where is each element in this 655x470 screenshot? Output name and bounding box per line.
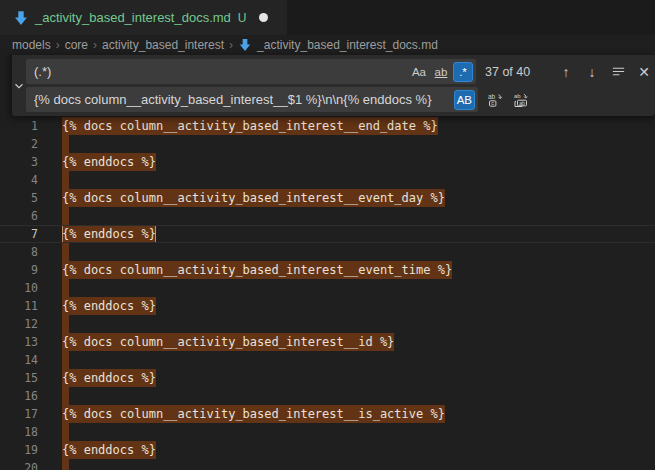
next-match-button[interactable]: ↓ — [581, 61, 603, 83]
breadcrumb-item-activity-based-interest[interactable]: activity_based_interest — [102, 38, 224, 52]
line-text find-match[interactable]: {% docs column__activity_based_interest_… — [62, 261, 452, 279]
code-line: 2 — [0, 135, 655, 153]
line-number: 14 — [0, 351, 38, 369]
line-number: 8 — [0, 243, 38, 261]
find-input[interactable]: (.*) Aa ab .* — [26, 59, 476, 84]
line-text find-match[interactable]: {% docs column__activity_based_interest_… — [62, 189, 445, 207]
tab-active-file[interactable]: _activity_based_interest_docs.md U — [0, 0, 287, 35]
code-area: 1{% docs column__activity_based_interest… — [0, 117, 655, 470]
line-text find-match-empty[interactable] — [62, 315, 69, 333]
preserve-case-button[interactable]: AB — [454, 90, 475, 110]
previous-match-button[interactable]: ↑ — [555, 61, 577, 83]
line-number: 18 — [0, 423, 38, 441]
match-count: 37 of 40 — [485, 65, 551, 79]
line-number: 10 — [0, 279, 38, 297]
arrow-up-icon: ↑ — [563, 64, 570, 80]
svg-text:ab: ab — [488, 92, 496, 99]
line-text find-match-empty[interactable] — [62, 459, 69, 470]
line-number: 11 — [0, 297, 38, 315]
code-line: 17{% docs column__activity_based_interes… — [0, 405, 655, 423]
regex-button[interactable]: .* — [453, 62, 473, 82]
find-widget-rows: (.*) Aa ab .* 37 of 40 ↑ ↓ ✕ — [26, 55, 655, 116]
line-number: 15 — [0, 369, 38, 387]
breadcrumb-item-models[interactable]: models — [12, 38, 51, 52]
match-case-button[interactable]: Aa — [409, 62, 429, 82]
chevron-down-icon — [12, 79, 26, 93]
find-in-selection-button[interactable] — [607, 61, 629, 83]
close-find-widget-button[interactable]: ✕ — [633, 61, 655, 83]
breadcrumb-item-file[interactable]: _activity_based_interest_docs.md — [238, 38, 438, 52]
markdown-file-icon — [13, 10, 29, 26]
breadcrumb-separator: › — [229, 38, 233, 52]
git-status-badge: U — [238, 11, 247, 25]
line-number: 6 — [0, 207, 38, 225]
svg-text:ab: ab — [519, 99, 525, 105]
code-line: 11{% enddocs %} — [0, 297, 655, 315]
close-icon: ✕ — [638, 64, 650, 80]
replace-all-icon: ab ab — [513, 92, 529, 108]
code-line: 3{% enddocs %} — [0, 153, 655, 171]
tab-bar: _activity_based_interest_docs.md U — [0, 0, 655, 35]
code-line: 10 — [0, 279, 655, 297]
line-text find-match-empty[interactable] — [62, 207, 69, 225]
line-text find-match-empty[interactable] — [62, 243, 69, 261]
code-line: 5{% docs column__activity_based_interest… — [0, 189, 655, 207]
line-text find-match-empty[interactable] — [62, 171, 69, 189]
line-text find-match-empty[interactable] — [62, 387, 69, 405]
code-line: 9{% docs column__activity_based_interest… — [0, 261, 655, 279]
selection-lines-icon — [611, 64, 626, 79]
line-number: 7 — [0, 225, 38, 243]
svg-text:ab: ab — [514, 93, 521, 99]
code-line: 1{% docs column__activity_based_interest… — [0, 117, 655, 135]
unsaved-changes-dot[interactable] — [259, 13, 268, 22]
line-number: 4 — [0, 171, 38, 189]
line-text find-match[interactable]: {% enddocs %} — [62, 297, 156, 315]
line-number: 16 — [0, 387, 38, 405]
line-text find-match[interactable]: {% docs column__activity_based_interest_… — [62, 333, 394, 351]
code-line: 4 — [0, 171, 655, 189]
find-row: (.*) Aa ab .* 37 of 40 ↑ ↓ ✕ — [26, 59, 655, 84]
code-line: 8 — [0, 243, 655, 261]
line-text find-match-empty[interactable] — [62, 423, 69, 441]
whole-word-button[interactable]: ab — [431, 62, 451, 82]
code-line: 15{% enddocs %} — [0, 369, 655, 387]
line-number: 12 — [0, 315, 38, 333]
line-text find-match-empty[interactable] — [62, 135, 69, 153]
breadcrumb-item-core[interactable]: core — [65, 38, 88, 52]
line-text find-match-empty[interactable] — [62, 279, 69, 297]
line-text current-find-match[interactable]: {% enddocs %} — [62, 225, 156, 243]
replace-button[interactable]: ab c — [484, 89, 506, 111]
editor-pane[interactable]: 1{% docs column__activity_based_interest… — [0, 55, 655, 470]
toggle-replace-button[interactable] — [12, 55, 26, 116]
line-number: 5 — [0, 189, 38, 207]
breadcrumb-file-label: _activity_based_interest_docs.md — [257, 38, 438, 52]
line-number: 2 — [0, 135, 38, 153]
breadcrumb-separator: › — [93, 38, 97, 52]
line-number: 17 — [0, 405, 38, 423]
find-replace-widget: (.*) Aa ab .* 37 of 40 ↑ ↓ ✕ — [10, 55, 655, 116]
line-number: 20 — [0, 459, 38, 470]
replace-all-button[interactable]: ab ab — [510, 89, 532, 111]
replace-input[interactable]: {% docs column__activity_based_interest_… — [26, 87, 478, 112]
tab-filename: _activity_based_interest_docs.md — [35, 10, 231, 25]
line-text find-match[interactable]: {% enddocs %} — [62, 441, 156, 459]
line-text find-match[interactable]: {% enddocs %} — [62, 369, 156, 387]
line-text find-match[interactable]: {% enddocs %} — [62, 153, 156, 171]
line-text find-match[interactable]: {% docs column__activity_based_interest_… — [62, 117, 438, 135]
code-line: 6 — [0, 207, 655, 225]
find-query-value: (.*) — [34, 64, 407, 79]
code-line: 14 — [0, 351, 655, 369]
line-text find-match[interactable]: {% docs column__activity_based_interest_… — [62, 405, 445, 423]
svg-text:c: c — [491, 100, 494, 106]
line-text find-match-empty[interactable] — [62, 351, 69, 369]
code-line: 20 — [0, 459, 655, 470]
markdown-file-icon — [238, 38, 252, 52]
line-number: 3 — [0, 153, 38, 171]
breadcrumb-separator: › — [56, 38, 60, 52]
line-number: 1 — [0, 117, 38, 135]
code-line: 18 — [0, 423, 655, 441]
replace-icon: ab c — [487, 92, 503, 108]
arrow-down-icon: ↓ — [589, 64, 596, 80]
code-line: 12 — [0, 315, 655, 333]
line-number: 9 — [0, 261, 38, 279]
